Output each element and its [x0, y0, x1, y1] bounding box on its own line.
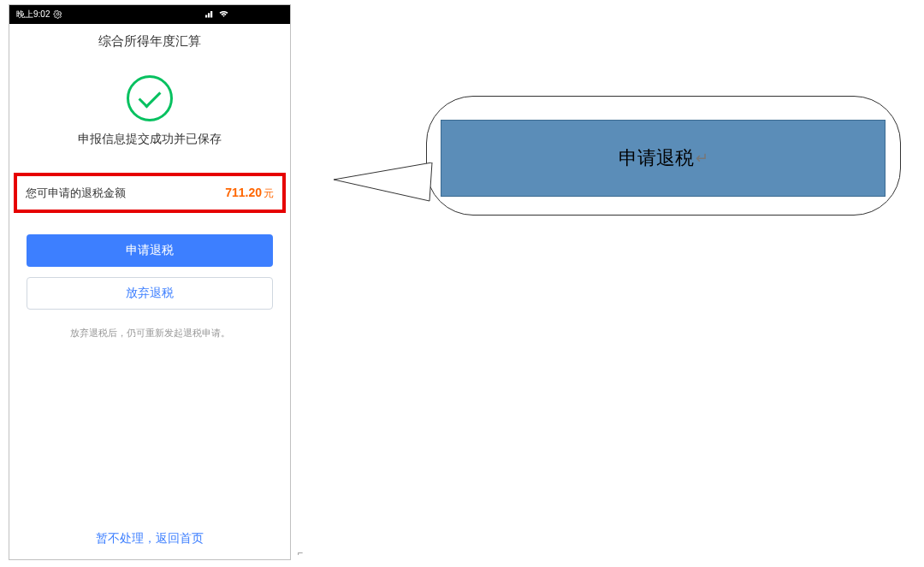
- notch: [232, 9, 283, 21]
- phone-frame: 晚上9:02 综合所得年度汇算 申报信息提交成功并已保存 您可申请的退税金额 7…: [9, 4, 291, 560]
- refund-amount: 711.20: [225, 186, 262, 199]
- settings-icon: [53, 9, 62, 21]
- callout-bubble: 申请退税↵: [441, 120, 886, 197]
- apply-refund-button[interactable]: 申请退税: [27, 234, 273, 267]
- svg-rect-3: [210, 11, 212, 18]
- callout-tail-icon: [334, 162, 445, 214]
- abandon-hint: 放弃退税后，仍可重新发起退税申请。: [27, 327, 273, 340]
- return-symbol-icon: ↵: [696, 149, 708, 168]
- refund-label: 您可申请的退税金额: [26, 186, 126, 201]
- refund-unit: 元: [264, 187, 274, 199]
- annotation-callout: 申请退税↵: [317, 77, 915, 248]
- success-icon: [127, 75, 173, 121]
- spacer: [9, 348, 290, 514]
- wifi-icon: [218, 9, 229, 20]
- svg-rect-2: [208, 13, 210, 17]
- hero-section: 申报信息提交成功并已保存: [9, 58, 290, 160]
- status-bar-right: [205, 9, 283, 21]
- page-title: 综合所得年度汇算: [98, 33, 201, 50]
- refund-amount-row: 您可申请的退税金额 711.20元: [14, 173, 286, 213]
- status-time: 晚上9:02: [16, 9, 50, 21]
- svg-rect-1: [205, 15, 207, 18]
- status-bar: 晚上9:02: [9, 5, 290, 24]
- skip-return-home-link[interactable]: 暂不处理，返回首页: [9, 514, 290, 559]
- callout-text: 申请退税: [619, 145, 694, 171]
- checkmark-icon: [139, 86, 162, 109]
- status-bar-left: 晚上9:02: [16, 9, 62, 21]
- signal-icon: [205, 9, 216, 20]
- app-header: 综合所得年度汇算: [9, 24, 290, 58]
- cursor-mark: ⌐: [298, 547, 303, 558]
- refund-value-wrapper: 711.20元: [225, 185, 274, 201]
- success-message: 申报信息提交成功并已保存: [78, 132, 222, 147]
- svg-point-0: [57, 13, 60, 15]
- abandon-refund-button[interactable]: 放弃退税: [27, 277, 273, 310]
- button-section: 申请退税 放弃退税 放弃退税后，仍可重新发起退税申请。: [9, 213, 290, 348]
